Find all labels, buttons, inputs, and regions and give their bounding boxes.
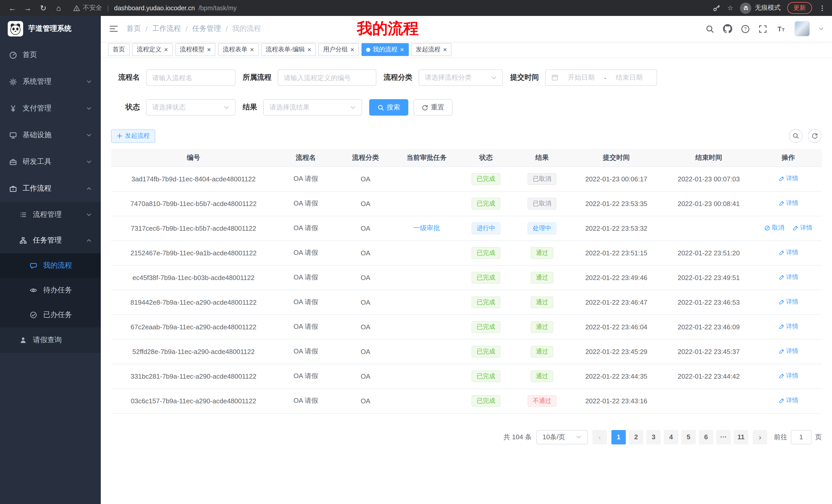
tab-close-icon[interactable]: ×: [350, 46, 354, 53]
reload-button[interactable]: ↻: [37, 2, 49, 14]
sidebar-item-devtools[interactable]: 研发工具: [0, 148, 101, 175]
date-range-picker[interactable]: 开始日期 - 结束日期: [545, 69, 657, 86]
page-button[interactable]: 4: [664, 430, 678, 444]
view-tab[interactable]: 流程表单-编辑 ×: [261, 43, 316, 56]
view-tab[interactable]: 首页: [108, 43, 130, 56]
sidebar-item-my-process[interactable]: 我的流程: [0, 253, 101, 278]
result-select[interactable]: 请选择流结果: [263, 99, 362, 116]
home-button[interactable]: ⌂: [52, 2, 65, 14]
sidebar-item-system[interactable]: 系统管理: [0, 68, 101, 95]
key-icon[interactable]: [713, 4, 721, 12]
cancel-link[interactable]: 取消: [764, 224, 784, 232]
sidebar-toggle-icon[interactable]: [109, 24, 118, 33]
process-name-input[interactable]: [152, 74, 229, 81]
current-task-link[interactable]: 一级审批: [413, 224, 440, 232]
toggle-search-button[interactable]: [789, 129, 803, 143]
detail-link[interactable]: 详情: [778, 273, 798, 282]
status-badge: 已完成: [471, 247, 500, 259]
tab-close-icon[interactable]: ×: [400, 46, 404, 53]
breadcrumb-workflow[interactable]: 工作流程: [152, 24, 181, 33]
font-size-icon[interactable]: TT: [776, 24, 786, 33]
detail-link[interactable]: 详情: [778, 298, 798, 306]
refresh-table-button[interactable]: [808, 129, 822, 143]
start-date-placeholder[interactable]: 开始日期: [560, 73, 603, 82]
dashboard-icon: [9, 51, 18, 59]
detail-link[interactable]: 详情: [792, 224, 812, 232]
detail-link[interactable]: 详情: [778, 323, 798, 331]
view-tab[interactable]: 流程表单 ×: [218, 43, 258, 56]
cell-current-task: [395, 166, 458, 191]
column-header: 操作: [755, 149, 822, 166]
detail-link[interactable]: 详情: [778, 174, 798, 183]
cell-current-task: [395, 314, 458, 339]
browser-menu-icon[interactable]: [818, 4, 826, 11]
page-button[interactable]: 3: [646, 430, 661, 444]
sidebar-item-task-mgmt[interactable]: 任务管理: [0, 228, 101, 253]
table-row: 7317cec6-7b9b-11ec-b5b7-acde48001122 OA …: [111, 216, 822, 241]
detail-link[interactable]: 详情: [778, 372, 798, 381]
view-tab[interactable]: 我的流程 ×: [362, 43, 409, 56]
sidebar-item-done-tasks[interactable]: 已办任务: [0, 303, 101, 327]
sidebar-item-payment[interactable]: 支付管理: [0, 95, 101, 122]
detail-link[interactable]: 详情: [778, 396, 798, 405]
goto-page-input[interactable]: [791, 430, 811, 444]
sidebar-item-todo-tasks[interactable]: 待办任务: [0, 278, 101, 303]
page-button[interactable]: 11: [734, 430, 748, 444]
end-date-placeholder[interactable]: 结束日期: [607, 73, 651, 82]
view-tab[interactable]: 流程定义 ×: [132, 43, 173, 56]
forward-button[interactable]: →: [22, 2, 34, 14]
app-logo-row[interactable]: 芋道管理系统: [0, 16, 101, 41]
search-button[interactable]: 搜索: [369, 99, 408, 116]
detail-link[interactable]: 详情: [778, 347, 798, 356]
tab-close-icon[interactable]: ×: [308, 46, 311, 53]
cell-category: OA: [336, 314, 395, 339]
tab-close-icon[interactable]: ×: [207, 46, 211, 53]
view-tab[interactable]: 流程模型 ×: [175, 43, 215, 56]
definition-input[interactable]: [284, 74, 370, 81]
status-select[interactable]: 请选择状态: [146, 99, 235, 116]
update-button[interactable]: 更新: [787, 2, 812, 14]
table-row: 819442e8-7b9a-11ec-a290-acde48001122 OA …: [111, 290, 822, 314]
sidebar-item-leave-query[interactable]: 请假查询: [0, 327, 101, 353]
view-tab[interactable]: 发起流程 ×: [411, 43, 451, 56]
status-placeholder: 请选择状态: [152, 103, 186, 112]
detail-link[interactable]: 详情: [778, 199, 798, 208]
detail-link[interactable]: 详情: [778, 248, 798, 257]
sidebar-item-infra[interactable]: 基础设施: [0, 122, 101, 148]
sidebar-item-home[interactable]: 首页: [0, 41, 101, 68]
sidebar-item-process-mgmt[interactable]: 流程管理: [0, 202, 101, 228]
cell-status: 已完成: [458, 314, 514, 339]
cell-status: 已完成: [458, 191, 514, 216]
start-process-button[interactable]: 发起流程: [111, 129, 155, 143]
breadcrumb-home[interactable]: 首页: [127, 24, 141, 33]
help-icon[interactable]: ?: [741, 24, 750, 33]
check-circle-icon: [30, 311, 38, 318]
reset-button[interactable]: 重置: [413, 99, 452, 116]
tab-close-icon[interactable]: ×: [250, 46, 254, 53]
avatar[interactable]: [795, 21, 810, 36]
next-page-button[interactable]: ›: [753, 430, 767, 444]
page-button[interactable]: 1: [612, 430, 626, 444]
search-icon[interactable]: [705, 24, 714, 33]
sidebar-item-workflow[interactable]: 工作流程: [0, 175, 101, 202]
github-icon[interactable]: [723, 24, 732, 33]
cell-submit-time: 2022-01-22 23:44:35: [570, 364, 662, 388]
bookmark-star-icon[interactable]: ☆: [727, 4, 733, 12]
breadcrumb-task-mgmt[interactable]: 任务管理: [192, 24, 221, 33]
page-size-select[interactable]: 10条/页: [536, 430, 588, 444]
address-bar[interactable]: 不安全 | dashboard.yudao.iocoder.cn/bpm/tas…: [73, 4, 710, 12]
search-icon: [378, 104, 384, 111]
sidebar-item-label: 流程管理: [33, 210, 62, 219]
tab-close-icon[interactable]: ×: [164, 46, 168, 53]
avatar-caret-icon[interactable]: [818, 26, 824, 31]
category-select[interactable]: 请选择流程分类: [419, 69, 503, 86]
prev-page-button[interactable]: ‹: [592, 430, 607, 444]
page-button[interactable]: 6: [699, 430, 713, 444]
page-button[interactable]: 5: [681, 430, 696, 444]
back-button[interactable]: ←: [6, 2, 19, 14]
tab-close-icon[interactable]: ×: [443, 46, 447, 53]
view-tab[interactable]: 用户分组 ×: [318, 43, 359, 56]
page-button[interactable]: ···: [716, 430, 731, 444]
page-button[interactable]: 2: [629, 430, 643, 444]
fullscreen-icon[interactable]: [758, 24, 767, 33]
